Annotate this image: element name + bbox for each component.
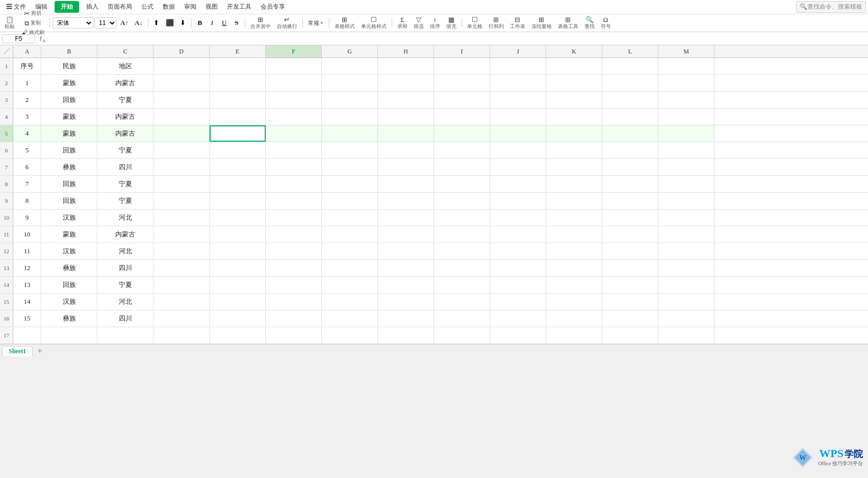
grid-cell[interactable] xyxy=(434,58,490,74)
grid-cell[interactable] xyxy=(602,310,658,327)
grid-cell[interactable] xyxy=(434,125,490,142)
row-header[interactable]: 6 xyxy=(0,142,13,158)
cell-reference-box[interactable] xyxy=(2,34,35,43)
grid-cell[interactable] xyxy=(210,58,266,74)
grid-cell[interactable]: 7 xyxy=(13,176,41,192)
decrease-font-button[interactable]: A↓ xyxy=(132,18,145,28)
symbol-button[interactable]: Ω 符号 xyxy=(598,15,614,31)
grid-cell[interactable] xyxy=(490,75,546,91)
grid-cell[interactable] xyxy=(434,209,490,226)
grid-cell[interactable] xyxy=(434,92,490,108)
grid-cell[interactable] xyxy=(378,310,434,327)
grid-cell[interactable]: 回族 xyxy=(41,193,97,209)
grid-cell[interactable] xyxy=(154,327,210,343)
grid-cell[interactable]: 宁夏 xyxy=(97,176,154,192)
grid-cell[interactable]: 河北 xyxy=(97,243,154,259)
col-header-j[interactable]: J xyxy=(490,45,546,58)
grid-cell[interactable] xyxy=(434,260,490,276)
grid-cell[interactable] xyxy=(378,193,434,209)
grid-cell[interactable] xyxy=(378,327,434,343)
grid-cell[interactable] xyxy=(602,92,658,108)
grid-cell[interactable] xyxy=(154,125,210,142)
row-header[interactable]: 3 xyxy=(0,92,13,108)
grid-cell[interactable] xyxy=(602,193,658,209)
grid-cell[interactable] xyxy=(266,327,322,343)
grid-cell[interactable] xyxy=(378,159,434,175)
grid-cell[interactable] xyxy=(378,75,434,91)
grid-cell[interactable] xyxy=(658,209,714,226)
grid-cell[interactable] xyxy=(154,294,210,310)
grid-cell[interactable] xyxy=(658,58,714,74)
grid-cell[interactable] xyxy=(546,209,602,226)
grid-cell[interactable] xyxy=(546,176,602,192)
grid-cell[interactable] xyxy=(490,176,546,192)
grid-cell[interactable] xyxy=(210,92,266,108)
grid-cell[interactable] xyxy=(546,310,602,327)
grid-cell[interactable]: 蒙族 xyxy=(41,109,97,125)
grid-cell[interactable] xyxy=(154,310,210,327)
grid-cell[interactable] xyxy=(154,193,210,209)
grid-cell[interactable] xyxy=(266,209,322,226)
grid-cell[interactable] xyxy=(434,193,490,209)
grid-cell[interactable] xyxy=(154,142,210,158)
grid-cell[interactable] xyxy=(434,109,490,125)
grid-cell[interactable] xyxy=(266,159,322,175)
grid-cell[interactable] xyxy=(13,327,41,343)
grid-cell[interactable] xyxy=(266,310,322,327)
grid-cell[interactable] xyxy=(322,327,378,343)
col-header-g[interactable]: G xyxy=(322,45,378,58)
cell-format-button[interactable]: ☐ 单元格 xyxy=(465,15,485,31)
grid-cell[interactable]: 宁夏 xyxy=(97,277,154,293)
grid-cell[interactable]: 彝族 xyxy=(41,260,97,276)
cut-button[interactable]: ✂ 剪切 xyxy=(18,9,47,18)
grid-cell[interactable] xyxy=(658,142,714,158)
grid-cell[interactable]: 内蒙古 xyxy=(97,75,154,91)
grid-cell[interactable]: 宁夏 xyxy=(97,142,154,158)
font-family-select[interactable]: 宋体 xyxy=(53,17,93,29)
col-header-a[interactable]: A xyxy=(13,45,41,58)
grid-cell[interactable] xyxy=(266,277,322,293)
grid-cell[interactable]: 12 xyxy=(13,260,41,276)
grid-cell[interactable] xyxy=(546,75,602,91)
row-header[interactable]: 4 xyxy=(0,109,13,125)
grid-cell[interactable]: 内蒙古 xyxy=(97,226,154,243)
grid-cell[interactable] xyxy=(434,142,490,158)
grid-cell[interactable] xyxy=(434,226,490,243)
grid-cell[interactable]: 内蒙古 xyxy=(97,109,154,125)
grid-cell[interactable] xyxy=(322,92,378,108)
grid-cell[interactable] xyxy=(658,260,714,276)
grid-cell[interactable]: 河北 xyxy=(97,294,154,310)
menu-view[interactable]: 视图 xyxy=(201,2,222,12)
grid-cell[interactable] xyxy=(322,310,378,327)
grid-cell[interactable]: 汉族 xyxy=(41,294,97,310)
row-header[interactable]: 2 xyxy=(0,75,13,91)
grid-cell[interactable]: 序号 xyxy=(13,58,41,74)
grid-cell[interactable]: 蒙族 xyxy=(41,75,97,91)
grid-cell[interactable] xyxy=(490,109,546,125)
bold-button[interactable]: B xyxy=(194,18,206,28)
grid-cell[interactable]: 5 xyxy=(13,142,41,158)
grid-cell[interactable] xyxy=(490,209,546,226)
grid-cell[interactable] xyxy=(266,58,322,74)
col-header-k[interactable]: K xyxy=(546,45,602,58)
freeze-button[interactable]: ⊞ 冻结窗格 xyxy=(529,15,554,31)
start-button[interactable]: 开始 xyxy=(55,1,79,13)
grid-cell[interactable] xyxy=(602,58,658,74)
menu-formula[interactable]: 公式 xyxy=(137,2,158,12)
grid-cell[interactable] xyxy=(490,159,546,175)
grid-cell[interactable] xyxy=(266,176,322,192)
grid-cell[interactable] xyxy=(266,243,322,259)
grid-cell[interactable] xyxy=(266,142,322,158)
grid-cell[interactable] xyxy=(322,142,378,158)
table-tools-button[interactable]: ⊞ 表格工具 xyxy=(555,15,581,31)
col-header-f[interactable]: F xyxy=(266,45,322,58)
sort-button[interactable]: ↕ 排序 xyxy=(427,15,443,31)
italic-button[interactable]: I xyxy=(207,18,218,28)
sheet-tab-1[interactable]: Sheet1 xyxy=(2,346,33,356)
grid-cell[interactable] xyxy=(546,260,602,276)
grid-cell[interactable] xyxy=(658,109,714,125)
grid-cell[interactable] xyxy=(490,58,546,74)
grid-cell[interactable]: 内蒙古 xyxy=(97,125,154,142)
col-header-b[interactable]: B xyxy=(41,45,97,58)
grid-cell[interactable] xyxy=(434,176,490,192)
